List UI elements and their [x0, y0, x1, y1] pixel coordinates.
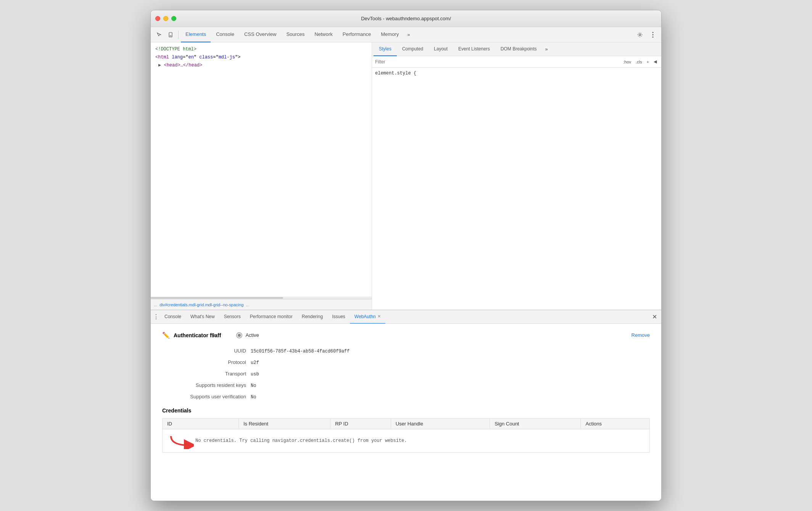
- drawer-tab-issues[interactable]: Issues: [327, 310, 350, 324]
- col-is-resident: Is Resident: [239, 419, 330, 429]
- col-id: ID: [163, 419, 239, 429]
- col-sign-count: Sign Count: [490, 419, 581, 429]
- filter-input[interactable]: [375, 59, 619, 65]
- active-indicator: Active: [236, 332, 631, 338]
- breadcrumb-bar: ... div#credentials.mdl-grid.mdl-grid--n…: [151, 299, 372, 310]
- hov-button[interactable]: :hov: [622, 59, 633, 65]
- transport-label: Transport: [162, 371, 246, 377]
- styles-panel: Styles Computed Layout Event Listeners D…: [372, 42, 661, 310]
- tab-computed[interactable]: Computed: [397, 42, 429, 56]
- elements-content[interactable]: <!DOCTYPE html> <html lang="en" class="m…: [151, 42, 372, 297]
- remove-link[interactable]: Remove: [632, 332, 650, 338]
- resident-keys-value: No: [251, 383, 256, 388]
- title-bar: DevTools - webauthndemo.appspot.com/: [151, 10, 661, 27]
- col-rp-id: RP ID: [330, 419, 391, 429]
- credentials-table: ID Is Resident RP ID User Handle: [162, 418, 650, 453]
- inspector-icon[interactable]: [154, 29, 164, 40]
- more-styles-tabs[interactable]: »: [542, 46, 551, 52]
- doctype-line: <!DOCTYPE html>: [152, 45, 370, 53]
- more-tabs-button[interactable]: »: [404, 27, 413, 42]
- tab-layout[interactable]: Layout: [429, 42, 453, 56]
- main-toolbar: Elements Console CSS Overview Sources Ne…: [151, 27, 661, 42]
- head-line: ▶ <head>…</head>: [152, 61, 370, 70]
- protocol-label: Protocol: [162, 359, 246, 365]
- filter-bar: :hov .cls + ◀: [372, 56, 661, 68]
- maximize-button[interactable]: [171, 16, 176, 21]
- tab-sources[interactable]: Sources: [282, 27, 309, 42]
- drawer-tab-webauthn[interactable]: WebAuthn ✕: [350, 310, 385, 324]
- devtools-window: DevTools - webauthndemo.appspot.com/ Ele…: [150, 10, 662, 501]
- credentials-title: Credentials: [162, 408, 650, 414]
- drawer-tab-sensors[interactable]: Sensors: [219, 310, 245, 324]
- toggle-sidebar-button[interactable]: ◀: [652, 59, 658, 65]
- tab-elements[interactable]: Elements: [181, 27, 211, 42]
- tab-network[interactable]: Network: [310, 27, 337, 42]
- tab-styles[interactable]: Styles: [374, 42, 397, 56]
- devtools-body: <!DOCTYPE html> <html lang="en" class="m…: [151, 42, 661, 310]
- credentials-section: Credentials ID Is Resident RP ID: [162, 408, 650, 453]
- svg-point-5: [652, 36, 654, 37]
- user-verification-row: Supports user verification No: [162, 394, 650, 400]
- drawer: ⋮ Console What's New Sensors Performance…: [151, 310, 661, 501]
- drawer-close-button[interactable]: ✕: [649, 312, 660, 322]
- tab-memory[interactable]: Memory: [376, 27, 403, 42]
- breadcrumb-dots: ...: [154, 302, 157, 307]
- authenticator-header: ✏️ Authenticator f9aff Active Remove: [162, 332, 650, 339]
- tab-css-overview[interactable]: CSS Overview: [240, 27, 281, 42]
- drawer-tab-rendering[interactable]: Rendering: [297, 310, 327, 324]
- uuid-row: UUID 15c01f56-785f-43b4-ab58-4facd60f9af…: [162, 348, 650, 354]
- uuid-value: 15c01f56-785f-43b4-ab58-4facd60f9aff: [251, 349, 350, 354]
- drawer-tabs: ⋮ Console What's New Sensors Performance…: [151, 310, 661, 324]
- tab-dom-breakpoints[interactable]: DOM Breakpoints: [495, 42, 542, 56]
- svg-rect-1: [170, 36, 171, 36]
- active-label: Active: [245, 332, 259, 338]
- drawer-tab-whats-new[interactable]: What's New: [186, 310, 219, 324]
- device-toolbar-icon[interactable]: [165, 29, 176, 40]
- drawer-tab-performance-monitor[interactable]: Performance monitor: [245, 310, 297, 324]
- settings-button[interactable]: [635, 29, 645, 40]
- cls-button[interactable]: .cls: [634, 59, 644, 65]
- no-credentials-text: No credentials. Try calling navigator.cr…: [195, 438, 407, 443]
- protocol-row: Protocol u2f: [162, 359, 650, 365]
- tab-event-listeners[interactable]: Event Listeners: [453, 42, 495, 56]
- close-button[interactable]: [155, 16, 160, 21]
- resident-keys-label: Supports resident keys: [162, 382, 246, 388]
- styles-content: element.style {: [372, 68, 661, 310]
- user-verification-label: Supports user verification: [162, 394, 246, 399]
- red-arrow-annotation: [167, 432, 194, 449]
- html-line: <html lang="en" class="mdl-js">: [152, 53, 370, 61]
- window-title: DevTools - webauthndemo.appspot.com/: [361, 16, 451, 21]
- drawer-tab-console[interactable]: Console: [160, 310, 186, 324]
- col-user-handle: User Handle: [391, 419, 490, 429]
- filter-buttons: :hov .cls + ◀: [622, 59, 658, 65]
- add-style-button[interactable]: +: [645, 59, 651, 65]
- breadcrumb-more[interactable]: ...: [246, 302, 249, 307]
- edit-icon: ✏️: [162, 332, 170, 339]
- webauthn-panel: ✏️ Authenticator f9aff Active Remove UUI…: [151, 324, 661, 501]
- transport-row: Transport usb: [162, 371, 650, 377]
- drawer-tab-dots[interactable]: ⋮: [152, 313, 160, 320]
- elements-panel: <!DOCTYPE html> <html lang="en" class="m…: [151, 42, 372, 310]
- user-verification-value: No: [251, 395, 256, 400]
- active-radio[interactable]: [236, 332, 242, 338]
- breadcrumb-path[interactable]: div#credentials.mdl-grid.mdl-grid--no-sp…: [160, 302, 243, 307]
- transport-value: usb: [251, 372, 259, 377]
- more-options-button[interactable]: [648, 29, 658, 40]
- svg-point-3: [652, 32, 654, 33]
- radio-inner: [238, 334, 241, 337]
- minimize-button[interactable]: [163, 16, 168, 21]
- tab-console[interactable]: Console: [211, 27, 239, 42]
- no-credentials-row: No credentials. Try calling navigator.cr…: [163, 429, 650, 453]
- toolbar-right: [635, 29, 658, 40]
- col-actions: Actions: [581, 419, 650, 429]
- table-header-row: ID Is Resident RP ID User Handle: [163, 419, 650, 429]
- horizontal-scrollbar[interactable]: [151, 297, 372, 299]
- tab-performance[interactable]: Performance: [338, 27, 375, 42]
- doctype-text: <!DOCTYPE html>: [155, 47, 197, 52]
- drawer-tab-webauthn-close[interactable]: ✕: [377, 314, 381, 319]
- svg-point-4: [652, 34, 654, 35]
- protocol-value: u2f: [251, 360, 259, 365]
- uuid-label: UUID: [162, 348, 246, 354]
- svg-point-2: [639, 34, 641, 36]
- toolbar-separator: [178, 31, 179, 39]
